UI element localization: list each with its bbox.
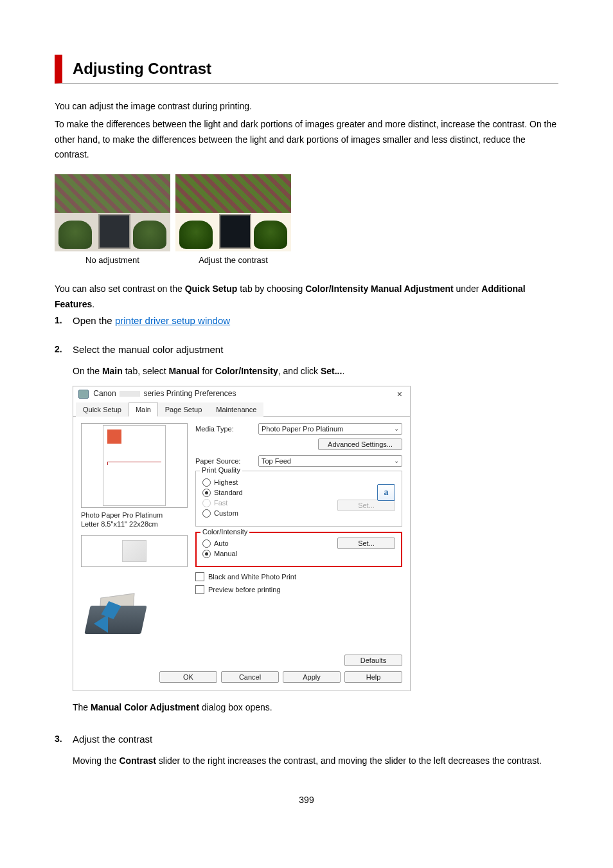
media-type-label: Media Type: xyxy=(195,425,253,433)
help-button[interactable]: Help xyxy=(344,671,402,683)
caption-adjust: Adjust the contrast xyxy=(175,255,291,265)
step-2: 2. Select the manual color adjustment On… xyxy=(55,344,558,716)
ci-auto-radio[interactable]: Auto xyxy=(202,539,237,548)
paper-info: Photo Paper Pro Platinum Letter 8.5"x11"… xyxy=(81,511,188,529)
color-preview xyxy=(81,535,188,567)
page-title: Adjusting Contrast xyxy=(73,60,558,78)
redacted-model xyxy=(120,391,140,397)
quality-custom-radio[interactable]: Custom xyxy=(202,509,243,518)
print-quality-title: Print Quality xyxy=(200,466,242,474)
sample-images xyxy=(55,174,558,251)
step-number: 2. xyxy=(55,344,73,716)
quality-standard-radio[interactable]: Standard xyxy=(202,489,243,497)
step-3-instruction: Moving the Contrast slider to the right … xyxy=(73,754,558,769)
close-button[interactable]: × xyxy=(395,389,405,399)
paper-source-label: Paper Source: xyxy=(195,457,253,465)
defaults-button[interactable]: Defaults xyxy=(344,655,402,666)
chevron-down-icon: ⌄ xyxy=(394,457,399,464)
page-preview xyxy=(81,423,188,508)
step-number: 1. xyxy=(55,315,73,326)
bw-photo-print-checkbox[interactable]: Black and White Photo Print xyxy=(195,572,402,581)
dialog-tabs: Quick Setup Main Page Setup Maintenance xyxy=(73,402,410,417)
media-type-select[interactable]: Photo Paper Pro Platinum ⌄ xyxy=(258,423,402,435)
tab-quick-setup[interactable]: Quick Setup xyxy=(76,402,129,417)
step-3-title: Adjust the contrast xyxy=(73,734,558,745)
tab-maintenance[interactable]: Maintenance xyxy=(209,402,263,417)
quality-a-icon: a xyxy=(377,484,395,501)
preview-before-printing-checkbox[interactable]: Preview before printing xyxy=(195,585,402,594)
printer-driver-setup-window-link[interactable]: printer driver setup window xyxy=(115,315,230,326)
step-1: 1. Open the printer driver setup window xyxy=(55,315,558,326)
chevron-down-icon: ⌄ xyxy=(394,425,399,432)
step-1-title: Open the printer driver setup window xyxy=(73,315,230,326)
step-2-instruction: On the Main tab, select Manual for Color… xyxy=(73,364,558,379)
quality-highest-radio[interactable]: Highest xyxy=(202,478,243,487)
color-intensity-title: Color/Intensity xyxy=(200,528,249,536)
caption-no-adjust: No adjustment xyxy=(55,255,170,265)
intro-paragraph-2: To make the differences between the ligh… xyxy=(55,117,558,163)
printer-illustration xyxy=(81,575,188,646)
tab-page-setup[interactable]: Page Setup xyxy=(158,402,209,417)
ci-manual-radio[interactable]: Manual xyxy=(202,550,237,558)
sample-image-no-adjust xyxy=(55,174,170,251)
sample-captions: No adjustment Adjust the contrast xyxy=(55,255,558,265)
dialog-title-suffix: series Printing Preferences xyxy=(143,389,236,398)
step-number: 3. xyxy=(55,734,73,769)
step-2-title: Select the manual color adjustment xyxy=(73,344,558,355)
cancel-button[interactable]: Cancel xyxy=(221,671,279,683)
sample-image-adjusted xyxy=(175,174,291,251)
apply-button[interactable]: Apply xyxy=(283,671,341,683)
printing-preferences-dialog: Canon series Printing Preferences × Quic… xyxy=(73,386,411,692)
intro-paragraph-1: You can adjust the image contrast during… xyxy=(55,99,558,114)
quality-set-button: Set... xyxy=(337,500,395,511)
page-title-bar: Adjusting Contrast xyxy=(55,55,558,84)
dialog-title-bar: Canon series Printing Preferences × xyxy=(73,386,410,402)
quality-fast-radio: Fast xyxy=(202,499,243,507)
dialog-title-prefix: Canon xyxy=(93,389,116,398)
advanced-settings-button[interactable]: Advanced Settings... xyxy=(318,439,402,450)
printer-icon xyxy=(78,390,89,399)
tab-main[interactable]: Main xyxy=(129,402,158,417)
paper-source-select[interactable]: Top Feed ⌄ xyxy=(258,455,402,467)
quick-setup-note: You can also set contrast on the Quick S… xyxy=(55,282,558,312)
step-2-closing: The Manual Color Adjustment dialog box o… xyxy=(73,700,558,716)
color-intensity-group: Color/Intensity Auto Manual Set... xyxy=(195,532,402,567)
step-3: 3. Adjust the contrast Moving the Contra… xyxy=(55,734,558,769)
print-quality-group: Print Quality Highest Standard Fast xyxy=(195,471,402,527)
page-number: 399 xyxy=(55,795,558,805)
ok-button[interactable]: OK xyxy=(159,671,217,683)
ci-set-button[interactable]: Set... xyxy=(337,538,395,549)
